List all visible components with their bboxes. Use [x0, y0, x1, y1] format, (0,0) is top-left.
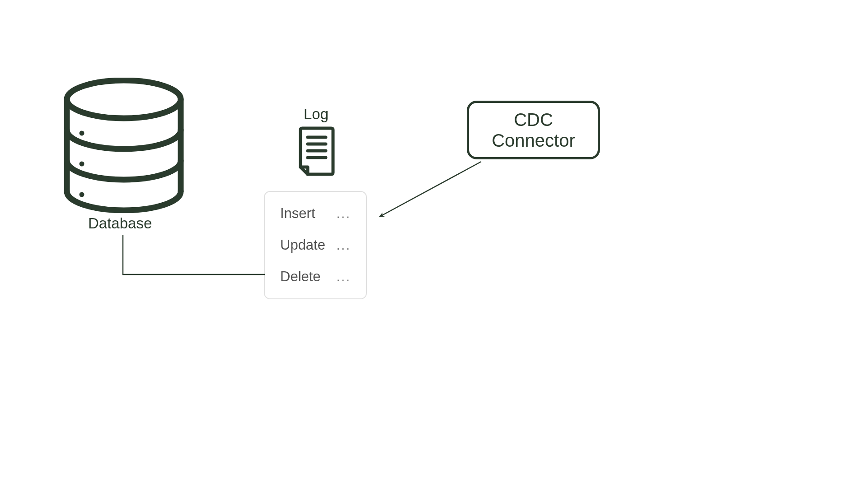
log-entry-op: Update — [280, 237, 325, 253]
log-document-icon — [298, 125, 335, 179]
log-title: Log — [304, 106, 328, 123]
svg-point-5 — [80, 192, 84, 197]
cdc-label-line1: CDC — [514, 110, 553, 130]
cdc-connector-box: CDC Connector — [467, 101, 600, 159]
connector-db-to-log — [122, 235, 267, 280]
log-entry-op: Delete — [280, 269, 321, 285]
svg-point-0 — [67, 80, 181, 118]
arrow-cdc-to-log — [371, 158, 488, 226]
svg-point-4 — [80, 162, 84, 167]
database-label: Database — [88, 215, 152, 232]
log-entry-insert: Insert ... — [280, 205, 351, 222]
cdc-label-line2: Connector — [492, 130, 575, 150]
log-entry-update: Update ... — [280, 237, 351, 253]
svg-point-3 — [80, 131, 84, 136]
log-entry-detail: ... — [336, 269, 351, 285]
svg-line-10 — [380, 162, 481, 217]
log-entry-detail: ... — [336, 205, 351, 222]
log-entry-detail: ... — [336, 237, 351, 253]
log-entry-op: Insert — [280, 205, 315, 222]
database-icon — [63, 78, 185, 215]
log-entries-box: Insert ... Update ... Delete ... — [264, 191, 367, 299]
log-entry-delete: Delete ... — [280, 269, 351, 285]
diagram-canvas: Database Log Insert ... Update ... — [0, 0, 868, 488]
